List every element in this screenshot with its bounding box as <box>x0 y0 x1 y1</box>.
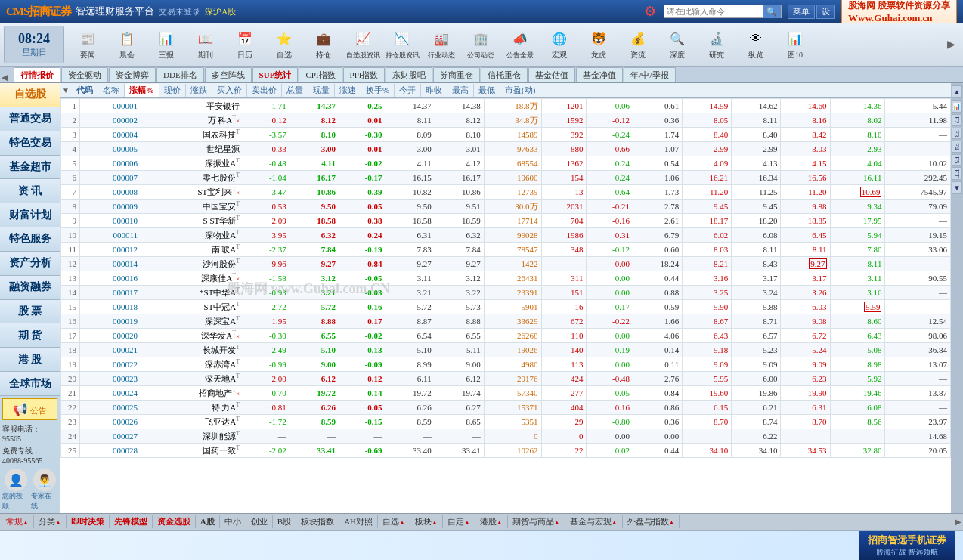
toolbar-item-watchlist[interactable]: ⭐ 自选 <box>265 26 303 63</box>
tab-scroll-left[interactable]: ◀ <box>2 73 14 82</box>
tab-eastmoney[interactable]: 东财股吧 <box>386 67 432 82</box>
toolbar-item-announcement[interactable]: 📣 公告全景 <box>501 26 539 63</box>
bottom-tab-sector-arrow[interactable]: 板块▲ <box>410 515 443 528</box>
sidebar-item-special-service[interactable]: 特色服务 <box>0 227 60 252</box>
sub-tab-pe[interactable]: 市盈(动) <box>500 84 540 97</box>
sidebar-item-fund-market[interactable]: 基金超市 <box>0 156 60 180</box>
table-scroll[interactable]: 1 000001 平安银行 -1.71 14.37 -0.25 14.37 14… <box>60 98 951 513</box>
right-icon-2[interactable]: F2 <box>952 114 962 126</box>
sidebar-item-global[interactable]: 全球市场 <box>0 372 60 396</box>
table-row[interactable]: 9 000010 S ST华新T 2.09 18.58 0.38 18.58 1… <box>61 214 951 228</box>
tab-fund-nav[interactable]: 基金净值 <box>576 67 623 82</box>
tab-ppi[interactable]: PPI指数 <box>343 67 386 82</box>
bottom-scroll-right[interactable]: ▶ <box>955 518 961 526</box>
tab-sup[interactable]: SUP统计 <box>252 67 299 82</box>
tab-trust-heavy[interactable]: 信托重仓 <box>481 67 528 82</box>
bottom-tab-instant[interactable]: 即时决策 <box>67 515 110 528</box>
sub-tab-price[interactable]: 现价 <box>159 84 186 97</box>
sub-tab-open[interactable]: 今开 <box>395 84 421 97</box>
table-row[interactable]: 15 000018 ST中冠AT -2.72 5.72 -0.16 5.72 5… <box>61 300 951 314</box>
ad-box[interactable]: 招商智远手机证券 股海征战 智远领航 <box>859 531 955 561</box>
tab-dde[interactable]: DDE排名 <box>156 67 204 82</box>
bottom-tab-futures-commodities[interactable]: 期货与商品▲ <box>508 515 565 528</box>
bottom-tab-a[interactable]: A股 <box>196 515 220 528</box>
toolbar-item-holdings[interactable]: 💼 持仓 <box>305 26 342 63</box>
tab-capital-drive[interactable]: 资金驱动 <box>61 67 108 82</box>
toolbar-item-calendar[interactable]: 📅 日历 <box>226 26 264 63</box>
table-row[interactable]: 16 000019 深深宝AT 1.95 8.88 0.17 8.87 8.88… <box>61 314 951 329</box>
sub-tab-low[interactable]: 最低 <box>474 84 500 97</box>
sub-tab-code[interactable]: 代码 <box>72 84 98 97</box>
bottom-tab-medium[interactable]: 中小 <box>220 515 246 528</box>
table-row[interactable]: 20 000023 深天地AT 2.00 6.12 0.12 6.11 6.12… <box>61 372 951 386</box>
toolbar-item-chart10[interactable]: 📊 图10 <box>776 26 814 63</box>
toolbar-scroll-right[interactable]: ▶ <box>947 38 959 51</box>
toolbar-item-journal[interactable]: 📖 期刊 <box>187 26 224 63</box>
sidebar-item-special-trade[interactable]: 特色交易 <box>0 131 60 156</box>
sidebar-item-margin[interactable]: 融资融券 <box>0 276 60 300</box>
bottom-tab-fund-macro[interactable]: 基金与宏观▲ <box>565 515 623 528</box>
toolbar-item-research[interactable]: 🔬 研究 <box>698 26 735 63</box>
sub-tab-sell[interactable]: 卖出价 <box>247 84 282 97</box>
bottom-tab-watchlist-arrow[interactable]: 自选▲ <box>378 515 410 528</box>
right-icon-etf[interactable]: ET <box>952 167 962 180</box>
sub-tab-name[interactable]: 名称 <box>98 84 125 97</box>
toolbar-item-dragon[interactable]: 🐯 龙虎 <box>580 26 618 63</box>
search-input[interactable] <box>664 7 763 16</box>
bottom-tab-b[interactable]: B股 <box>273 515 296 528</box>
tab-annual[interactable]: 年/中/季报 <box>624 67 675 82</box>
table-row[interactable]: 2 000002 万 科AT× 0.12 8.12 0.01 8.11 8.12… <box>61 113 951 128</box>
table-row[interactable]: 22 000025 特 力AT 0.81 6.26 0.05 6.26 6.27… <box>61 401 951 415</box>
table-row[interactable]: 19 000022 深赤湾AT -0.99 9.00 -0.09 8.99 9.… <box>61 357 951 372</box>
bottom-tab-custom[interactable]: 自定▲ <box>443 515 475 528</box>
sub-tab-speed[interactable]: 涨速 <box>335 84 361 97</box>
right-icon-chart[interactable]: 📊 <box>952 100 962 113</box>
sub-tab-turnover[interactable]: 换手% <box>361 84 395 97</box>
toolbar-item-news[interactable]: 📰 要闻 <box>69 26 107 63</box>
sidebar-item-info[interactable]: 资 讯 <box>0 179 60 203</box>
sub-tab-diff[interactable]: 涨跌 <box>186 84 212 97</box>
sub-tab-change[interactable]: 涨幅% <box>125 84 159 97</box>
table-row[interactable]: 11 000012 南 玻AT -2.37 7.84 -0.19 7.83 7.… <box>61 243 951 257</box>
sidebar-item-asset-analysis[interactable]: 资产分析 <box>0 252 60 276</box>
menu-button[interactable]: 菜单 <box>788 5 815 19</box>
sidebar-item-watchlist[interactable]: 自选股 <box>0 83 60 107</box>
table-row[interactable]: 12 000014 沙河股份T 9.96 9.27 0.84 9.27 9.27… <box>61 257 951 271</box>
sub-tab-close[interactable]: 昨收 <box>421 84 447 97</box>
table-row[interactable]: 24 000027 深圳能源T — — — — — 0 0 0.00 0.00 … <box>61 429 951 444</box>
tab-broker-heavy[interactable]: 券商重仓 <box>433 67 480 82</box>
right-icon-down[interactable]: ▼ <box>952 181 962 194</box>
sub-tab-cvol[interactable]: 现量 <box>308 84 335 97</box>
right-icon-4[interactable]: F4 <box>952 141 962 153</box>
table-row[interactable]: 21 000024 招商地产T× -0.70 19.72 -0.14 19.72… <box>61 386 951 401</box>
bottom-tab-sector-index[interactable]: 板块指数 <box>296 515 339 528</box>
toolbar-item-flow[interactable]: 💰 资流 <box>619 26 657 63</box>
toolbar-item-company[interactable]: 🏢 公司动态 <box>462 26 500 63</box>
sidebar-item-stock[interactable]: 股 票 <box>0 300 60 324</box>
sub-tab-vol[interactable]: 总量 <box>282 84 308 97</box>
toolbar-item-holdings-news[interactable]: 📉 持仓股资讯 <box>383 26 421 63</box>
toolbar-item-industry[interactable]: 🏭 行业动态 <box>423 26 460 63</box>
search-button[interactable]: 🔍 <box>763 5 781 18</box>
sidebar-item-futures[interactable]: 期 货 <box>0 323 60 348</box>
table-row[interactable]: 25 000028 国药一致T -2.02 33.41 -0.69 33.40 … <box>61 444 951 458</box>
sub-tab-high[interactable]: 最高 <box>447 84 474 97</box>
sidebar-notice[interactable]: 📢 公告 <box>2 398 57 420</box>
table-row[interactable]: 23 000026 飞亚达AT -1.72 8.59 -0.15 8.59 8.… <box>61 415 951 429</box>
right-icon-5[interactable]: F5 <box>952 154 962 166</box>
toolbar-item-macro[interactable]: 🌐 宏观 <box>540 26 578 63</box>
tab-cpi[interactable]: CPI指数 <box>299 67 342 82</box>
bottom-tab-capital-select[interactable]: 资金选股 <box>153 515 196 528</box>
bottom-tab-hk-arrow[interactable]: 港股▲ <box>475 515 508 528</box>
sidebar-item-normal-trade[interactable]: 普通交易 <box>0 107 60 131</box>
tab-fund-estimate[interactable]: 基金估值 <box>528 67 575 82</box>
bottom-tab-category[interactable]: 分类▲ <box>34 515 67 528</box>
sidebar-advisor2[interactable]: 👨‍💼 专家在线 <box>31 469 57 511</box>
tab-capital-game[interactable]: 资金博弈 <box>109 67 156 82</box>
sidebar-item-hk[interactable]: 港 股 <box>0 348 60 372</box>
toolbar-item-depth[interactable]: 🔍 深度 <box>658 26 696 63</box>
bottom-tab-overseas[interactable]: 外盘与指数▲ <box>623 515 680 528</box>
table-row[interactable]: 13 000016 深康佳AT× -1.58 3.12 -0.05 3.11 3… <box>61 271 951 286</box>
bottom-tab-pioneer[interactable]: 先锋模型 <box>110 515 153 528</box>
right-icon-1[interactable]: ▲ <box>952 85 962 98</box>
